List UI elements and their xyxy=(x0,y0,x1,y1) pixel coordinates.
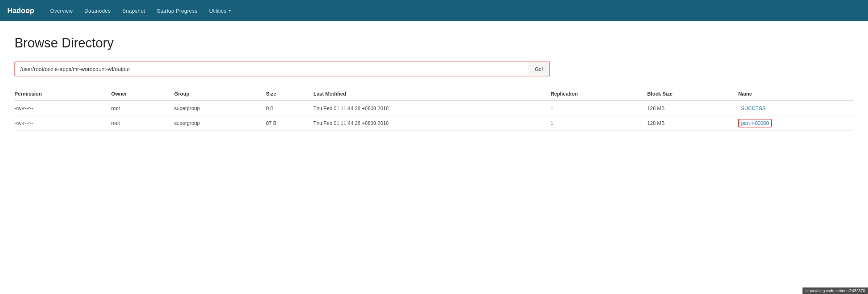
nav-link-startup-progress[interactable]: Startup Progress xyxy=(152,5,203,17)
cell-permission: -rw-r--r-- xyxy=(14,101,111,116)
cell-name: _SUCCESS xyxy=(738,101,854,116)
nav-item-overview[interactable]: Overview xyxy=(45,5,78,17)
cell-last-modified: Thu Feb 01 11:44:28 +0800 2018 xyxy=(313,101,551,116)
col-replication: Replication xyxy=(551,87,647,101)
table-row: -rw-r--r-- root supergroup 0 B Thu Feb 0… xyxy=(14,101,854,116)
cell-size: 0 B xyxy=(266,101,313,116)
table-row: -rw-r--r-- root supergroup 87 B Thu Feb … xyxy=(14,116,854,131)
chevron-down-icon: ▼ xyxy=(228,9,232,13)
cell-replication: 1 xyxy=(551,116,647,131)
go-button[interactable]: Go! xyxy=(528,62,549,76)
cell-name: part-r-00000 xyxy=(738,116,854,131)
file-link-part[interactable]: part-r-00000 xyxy=(738,119,772,127)
table-header: Permission Owner Group Size Last Modifie… xyxy=(14,87,854,101)
col-permission: Permission xyxy=(14,87,111,101)
nav-item-utilities[interactable]: Utilities ▼ xyxy=(204,5,236,17)
table-body: -rw-r--r-- root supergroup 0 B Thu Feb 0… xyxy=(14,101,854,131)
nav-link-snapshot[interactable]: Snapshot xyxy=(117,5,150,17)
nav-link-overview[interactable]: Overview xyxy=(45,5,78,17)
cell-size: 87 B xyxy=(266,116,313,131)
path-input[interactable] xyxy=(15,62,528,76)
cell-permission: -rw-r--r-- xyxy=(14,116,111,131)
nav-link-utilities[interactable]: Utilities ▼ xyxy=(204,5,236,17)
cell-group: supergroup xyxy=(174,101,266,116)
file-table: Permission Owner Group Size Last Modifie… xyxy=(14,87,854,131)
path-section: Go! xyxy=(14,62,550,76)
col-size: Size xyxy=(266,87,313,101)
navbar-brand[interactable]: Hadoop xyxy=(7,7,34,15)
file-link-success[interactable]: _SUCCESS xyxy=(738,105,765,111)
cell-owner: root xyxy=(111,101,174,116)
table-header-row: Permission Owner Group Size Last Modifie… xyxy=(14,87,854,101)
col-block-size: Block Size xyxy=(647,87,738,101)
col-last-modified: Last Modified xyxy=(313,87,551,101)
status-bar-text: https://blog.csdn.net/doc/2432870 xyxy=(805,289,865,293)
cell-replication: 1 xyxy=(551,101,647,116)
page-title: Browse Directory xyxy=(14,35,854,51)
navbar-nav: Overview Datanodes Snapshot Startup Prog… xyxy=(45,5,236,17)
cell-block-size: 128 MB xyxy=(647,116,738,131)
nav-item-startup-progress[interactable]: Startup Progress xyxy=(152,5,203,17)
cell-group: supergroup xyxy=(174,116,266,131)
status-bar: https://blog.csdn.net/doc/2432870 xyxy=(802,287,868,294)
nav-item-datanodes[interactable]: Datanodes xyxy=(79,5,116,17)
col-name: Name xyxy=(738,87,854,101)
navbar: Hadoop Overview Datanodes Snapshot Start… xyxy=(0,0,868,21)
cell-block-size: 128 MB xyxy=(647,101,738,116)
nav-item-snapshot[interactable]: Snapshot xyxy=(117,5,150,17)
col-group: Group xyxy=(174,87,266,101)
nav-link-datanodes[interactable]: Datanodes xyxy=(79,5,116,17)
cell-owner: root xyxy=(111,116,174,131)
main-content: Browse Directory Go! Permission Owner Gr… xyxy=(0,21,868,294)
nav-link-utilities-label: Utilities xyxy=(209,8,226,14)
col-owner: Owner xyxy=(111,87,174,101)
cell-last-modified: Thu Feb 01 11:44:28 +0800 2018 xyxy=(313,116,551,131)
